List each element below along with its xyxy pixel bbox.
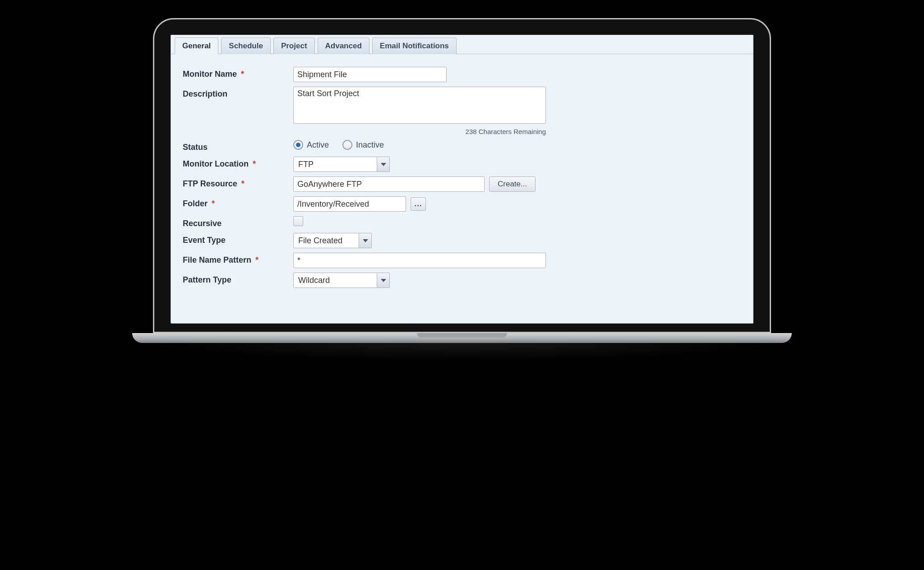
tab-advanced[interactable]: Advanced [318,37,370,54]
laptop-shadow [132,343,792,361]
row-ftp-resource: FTP Resource * Create... [183,176,741,192]
monitor-name-input[interactable] [293,67,447,82]
label-text: Monitor Name [183,70,237,79]
recursive-checkbox[interactable] [293,216,303,226]
label-text: Recursive [183,219,222,228]
event-type-select[interactable]: File Created [293,233,372,248]
label-text: Event Type [183,236,226,245]
create-resource-button[interactable]: Create... [489,176,536,192]
label-status: Status [183,140,293,152]
label-ftp-resource: FTP Resource * [183,176,293,189]
required-marker: * [241,179,245,188]
tab-general[interactable]: General [175,37,218,54]
laptop-frame: General Schedule Project Advanced Email … [153,18,771,361]
tab-label: Schedule [229,42,263,50]
laptop-bezel: General Schedule Project Advanced Email … [153,18,771,333]
laptop-notch [417,333,507,338]
row-event-type: Event Type File Created [183,233,741,248]
tab-email-notifications[interactable]: Email Notifications [372,37,457,54]
row-monitor-name: Monitor Name * [183,67,741,82]
monitor-location-select[interactable]: FTP [293,157,390,172]
select-dropdown-button[interactable] [359,233,371,248]
description-char-remaining: 238 Characters Remaining [293,128,546,135]
browse-folder-button[interactable]: ... [411,197,426,211]
required-marker: * [241,70,244,79]
label-text: Folder [183,199,208,208]
select-value: File Created [294,233,359,248]
chevron-down-icon [381,279,386,282]
description-wrap: Start Sort Project 238 Characters Remain… [293,87,546,135]
row-monitor-location: Monitor Location * FTP [183,157,741,172]
row-folder: Folder * ... [183,196,741,212]
radio-icon [293,140,303,150]
tab-label: Project [281,42,307,50]
label-monitor-name: Monitor Name * [183,67,293,79]
label-file-name-pattern: File Name Pattern * [183,253,293,265]
row-status: Status Active Inactive [183,140,741,152]
app-screen: General Schedule Project Advanced Email … [171,35,753,324]
tab-bar: General Schedule Project Advanced Email … [171,35,753,54]
general-form: Monitor Name * Description Start Sort Pr… [171,54,753,301]
select-dropdown-button[interactable] [377,273,389,287]
select-value: FTP [294,157,377,171]
row-recursive: Recursive [183,216,741,228]
label-text: Status [183,143,208,152]
tab-label: Email Notifications [380,42,449,50]
tab-label: General [182,42,211,50]
row-pattern-type: Pattern Type Wildcard [183,273,741,288]
row-description: Description Start Sort Project 238 Chara… [183,87,741,135]
label-description: Description [183,87,293,99]
tab-label: Advanced [325,42,362,50]
tab-schedule[interactable]: Schedule [221,37,271,54]
chevron-down-icon [363,239,368,242]
select-dropdown-button[interactable] [377,157,389,171]
label-monitor-location: Monitor Location * [183,157,293,169]
tab-project[interactable]: Project [273,37,315,54]
required-marker: * [212,199,215,208]
label-text: Pattern Type [183,275,231,284]
label-text: File Name Pattern [183,255,251,264]
label-recursive: Recursive [183,216,293,228]
file-name-pattern-input[interactable] [293,253,546,268]
required-marker: * [255,255,259,264]
required-marker: * [253,159,256,168]
label-pattern-type: Pattern Type [183,273,293,285]
pattern-type-select[interactable]: Wildcard [293,273,390,288]
radio-icon [342,140,352,150]
folder-group: ... [293,196,426,212]
label-text: Monitor Location [183,159,249,168]
description-input[interactable]: Start Sort Project [293,87,546,124]
ftp-resource-group: Create... [293,176,536,192]
laptop-base [132,333,792,343]
label-text: FTP Resource [183,179,237,188]
folder-input[interactable] [293,196,406,212]
status-inactive-radio[interactable]: Inactive [342,140,384,150]
status-active-radio[interactable]: Active [293,140,329,150]
label-folder: Folder * [183,196,293,209]
chevron-down-icon [381,163,386,166]
button-label: Create... [498,180,527,189]
ftp-resource-input[interactable] [293,176,485,192]
row-file-name-pattern: File Name Pattern * [183,253,741,268]
status-radio-group: Active Inactive [293,140,393,150]
ellipsis-icon: ... [414,199,422,209]
label-text: Description [183,89,227,98]
label-event-type: Event Type [183,233,293,245]
radio-label: Active [307,140,329,150]
select-value: Wildcard [294,273,377,287]
radio-label: Inactive [356,140,384,150]
